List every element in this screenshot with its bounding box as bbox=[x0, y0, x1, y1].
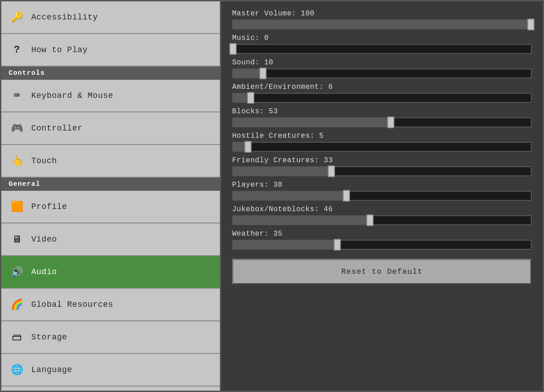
sidebar-label-touch: Touch bbox=[31, 156, 57, 165]
slider-row-2: Sound: 10 bbox=[232, 58, 532, 78]
slider-track-3[interactable] bbox=[232, 93, 532, 103]
sidebar: AccessibilityHow to PlayControlsKeyboard… bbox=[1, 1, 221, 391]
slider-label-9: Weather: 35 bbox=[232, 230, 532, 238]
audio-icon bbox=[9, 264, 25, 280]
touch-icon bbox=[9, 153, 25, 169]
sidebar-label-video: Video bbox=[31, 235, 57, 244]
slider-label-3: Ambient/Environment: 6 bbox=[232, 83, 532, 91]
sidebar-label-controller: Controller bbox=[31, 124, 83, 133]
sidebar-item-storage[interactable]: Storage bbox=[1, 321, 220, 354]
language-icon bbox=[9, 362, 25, 378]
profile-icon bbox=[9, 198, 25, 215]
slider-track-9[interactable] bbox=[232, 240, 532, 250]
sidebar-item-touch[interactable]: Touch bbox=[1, 145, 220, 178]
slider-row-4: Blocks: 53 bbox=[232, 107, 532, 127]
slider-thumb-5[interactable] bbox=[244, 141, 252, 153]
slider-thumb-7[interactable] bbox=[343, 190, 350, 202]
main-panel: Master Volume: 100Music: 0Sound: 10Ambie… bbox=[221, 1, 543, 391]
slider-track-7[interactable] bbox=[232, 191, 532, 201]
slider-track-1[interactable] bbox=[232, 44, 532, 54]
slider-thumb-4[interactable] bbox=[387, 116, 394, 128]
sidebar-label-profile: Profile bbox=[31, 202, 67, 211]
sidebar-label-language: Language bbox=[31, 365, 72, 374]
sidebar-item-keyboard-mouse[interactable]: Keyboard & Mouse bbox=[1, 80, 220, 112]
sidebar-item-global-resources[interactable]: Global Resources bbox=[1, 289, 220, 321]
sidebar-label-accessibility: Accessibility bbox=[31, 13, 98, 22]
slider-track-6[interactable] bbox=[232, 166, 532, 176]
slider-row-7: Players: 38 bbox=[232, 181, 532, 201]
sidebar-label-keyboard-mouse: Keyboard & Mouse bbox=[31, 91, 113, 100]
slider-track-4[interactable] bbox=[232, 117, 532, 127]
slider-row-5: Hostile Creatures: 5 bbox=[232, 132, 532, 152]
section-header-controls: Controls bbox=[1, 67, 220, 80]
slider-fill-8 bbox=[233, 216, 370, 224]
sidebar-label-global-resources: Global Resources bbox=[31, 300, 113, 309]
slider-label-2: Sound: 10 bbox=[232, 58, 532, 67]
slider-fill-4 bbox=[233, 118, 391, 126]
sidebar-item-audio[interactable]: Audio bbox=[1, 256, 220, 289]
slider-label-7: Players: 38 bbox=[232, 181, 532, 189]
slider-track-8[interactable] bbox=[232, 215, 532, 225]
key-icon bbox=[9, 9, 25, 25]
sidebar-item-video[interactable]: Video bbox=[1, 223, 220, 256]
slider-fill-6 bbox=[233, 167, 331, 175]
slider-label-6: Friendly Creatures: 33 bbox=[232, 156, 532, 165]
sidebar-item-profile[interactable]: Profile bbox=[1, 191, 220, 223]
slider-thumb-0[interactable] bbox=[527, 19, 534, 30]
slider-row-6: Friendly Creatures: 33 bbox=[232, 156, 532, 176]
sidebar-item-accessibility[interactable]: Accessibility bbox=[1, 1, 220, 34]
sidebar-item-controller[interactable]: Controller bbox=[1, 112, 220, 145]
storage-icon bbox=[9, 329, 25, 345]
sidebar-label-storage: Storage bbox=[31, 333, 67, 342]
slider-label-4: Blocks: 53 bbox=[232, 107, 532, 116]
slider-row-0: Master Volume: 100 bbox=[232, 10, 532, 29]
keyboard-icon bbox=[9, 87, 25, 104]
slider-label-0: Master Volume: 100 bbox=[232, 10, 532, 18]
slider-label-5: Hostile Creatures: 5 bbox=[232, 132, 532, 140]
slider-thumb-2[interactable] bbox=[259, 68, 267, 79]
resources-icon bbox=[9, 296, 25, 313]
slider-row-9: Weather: 35 bbox=[232, 230, 532, 250]
controller-icon bbox=[9, 120, 25, 136]
sidebar-item-language[interactable]: Language bbox=[1, 354, 220, 387]
section-header-general: General bbox=[1, 178, 220, 191]
slider-row-8: Jukebox/Noteblocks: 46 bbox=[232, 205, 532, 225]
slider-row-1: Music: 0 bbox=[232, 34, 532, 54]
slider-thumb-8[interactable] bbox=[366, 214, 374, 226]
slider-track-0[interactable] bbox=[232, 19, 532, 29]
slider-track-2[interactable] bbox=[232, 68, 532, 78]
sidebar-item-how-to-play[interactable]: How to Play bbox=[1, 34, 220, 67]
slider-row-3: Ambient/Environment: 6 bbox=[232, 83, 532, 103]
slider-fill-2 bbox=[233, 69, 263, 77]
video-icon bbox=[9, 231, 25, 247]
question-icon bbox=[9, 42, 25, 58]
slider-fill-9 bbox=[233, 241, 337, 249]
sidebar-label-how-to-play: How to Play bbox=[31, 45, 87, 54]
settings-window: AccessibilityHow to PlayControlsKeyboard… bbox=[0, 0, 544, 392]
slider-thumb-1[interactable] bbox=[229, 43, 237, 55]
slider-thumb-9[interactable] bbox=[334, 239, 341, 251]
slider-thumb-6[interactable] bbox=[328, 165, 335, 177]
slider-thumb-3[interactable] bbox=[247, 92, 254, 104]
slider-label-1: Music: 0 bbox=[232, 34, 532, 42]
sidebar-label-audio: Audio bbox=[31, 267, 57, 276]
slider-label-8: Jukebox/Noteblocks: 46 bbox=[232, 205, 532, 213]
slider-fill-7 bbox=[233, 192, 346, 200]
slider-fill-0 bbox=[233, 20, 531, 29]
slider-track-5[interactable] bbox=[232, 142, 532, 152]
reset-to-default-button[interactable]: Reset to Default bbox=[232, 259, 532, 285]
